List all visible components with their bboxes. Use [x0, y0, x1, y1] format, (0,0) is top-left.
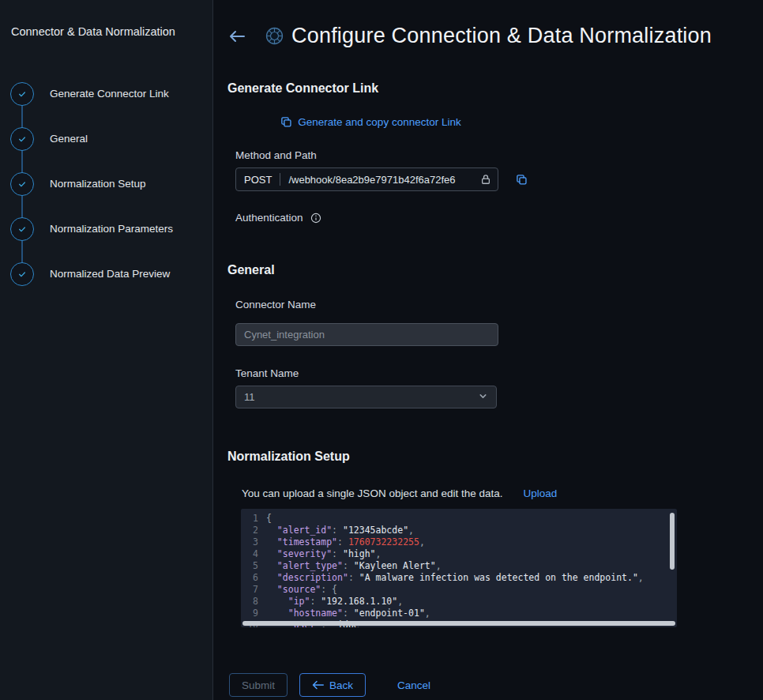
- tenant-name-value: 11: [244, 391, 255, 403]
- method-path-field: POST /webhook/8ea2b9e7971b42f6a72fe6: [235, 167, 498, 191]
- stepper-item[interactable]: Normalized Data Preview: [0, 251, 212, 296]
- http-method: POST: [244, 174, 272, 186]
- general-section-heading: General: [227, 263, 763, 277]
- code-line[interactable]: 3 "timestamp": 1760732232255,: [241, 536, 677, 548]
- horizontal-scrollbar[interactable]: [242, 621, 675, 626]
- code-line[interactable]: 2 "alert_id": "12345abcde",: [241, 525, 677, 536]
- step-check-icon: [10, 172, 34, 196]
- code-line[interactable]: 8 "ip": "192.168.1.10",: [241, 596, 677, 608]
- stepper-item[interactable]: Normalization Parameters: [0, 206, 212, 251]
- normalization-section-heading: Normalization Setup: [227, 450, 763, 464]
- generate-copy-connector-link[interactable]: Generate and copy connector Link: [280, 116, 460, 128]
- method-path-label: Method and Path: [235, 149, 763, 161]
- code-line[interactable]: 1{: [241, 513, 677, 525]
- connector-logo-icon: [265, 27, 284, 45]
- code-line[interactable]: 5 "alert_type": "Kayleen Alert",: [241, 560, 677, 572]
- method-path-row: POST /webhook/8ea2b9e7971b42f6a72fe6: [235, 167, 763, 191]
- sidebar: Connector & Data Normalization Generate …: [0, 0, 213, 700]
- lock-icon: [480, 174, 491, 185]
- stepper: Generate Connector LinkGeneralNormalizat…: [0, 71, 212, 296]
- json-code-editor[interactable]: 1{2 "alert_id": "12345abcde",3 "timestam…: [241, 509, 677, 627]
- section-general: General Connector Name Tenant Name 11: [227, 263, 763, 408]
- code-line[interactable]: 4 "severity": "high",: [241, 548, 677, 560]
- back-arrow-button[interactable]: [227, 28, 246, 44]
- step-label: Normalized Data Preview: [50, 268, 170, 280]
- code-editor-lines: 1{2 "alert_id": "12345abcde",3 "timestam…: [241, 513, 677, 627]
- section-generate-connector-link: Generate Connector Link Generate and cop…: [227, 81, 763, 224]
- authentication-row: Authentication: [235, 212, 763, 224]
- generate-copy-link-row: Generate and copy connector Link: [235, 116, 506, 128]
- app-root: Connector & Data Normalization Generate …: [0, 0, 763, 700]
- step-label: General: [50, 133, 88, 145]
- back-button-label: Back: [329, 679, 353, 691]
- stepper-item[interactable]: Generate Connector Link: [0, 71, 212, 116]
- submit-button[interactable]: Submit: [229, 673, 288, 697]
- generate-section-heading: Generate Connector Link: [227, 81, 763, 96]
- vertical-scrollbar[interactable]: [670, 513, 675, 570]
- generate-copy-link-label: Generate and copy connector Link: [298, 116, 460, 128]
- copy-path-button[interactable]: [514, 172, 529, 187]
- step-check-icon: [10, 217, 34, 241]
- connector-name-label: Connector Name: [235, 299, 763, 310]
- field-divider: [280, 173, 280, 186]
- upload-hint-text: You can upload a single JSON object and …: [242, 487, 503, 499]
- back-button[interactable]: Back: [299, 673, 366, 697]
- chevron-down-icon: [478, 391, 488, 404]
- sidebar-title: Connector & Data Normalization: [0, 25, 212, 38]
- step-label: Normalization Setup: [50, 178, 146, 190]
- main-content: Configure Connection & Data Normalizatio…: [213, 0, 763, 700]
- step-check-icon: [10, 82, 34, 106]
- connector-name-input[interactable]: [235, 323, 498, 346]
- copy-icon: [280, 116, 292, 128]
- cancel-button[interactable]: Cancel: [385, 673, 442, 697]
- step-check-icon: [10, 127, 34, 151]
- webhook-path: /webhook/8ea2b9e7971b42f6a72fe6: [288, 174, 472, 186]
- page-header: Configure Connection & Data Normalizatio…: [227, 24, 763, 48]
- info-icon[interactable]: [310, 213, 321, 224]
- code-line[interactable]: 9 "hostname": "endpoint-01",: [241, 608, 677, 619]
- code-line[interactable]: 7 "source": {: [241, 584, 677, 596]
- stepper-item[interactable]: General: [0, 116, 212, 161]
- upload-link[interactable]: Upload: [524, 487, 558, 499]
- upload-hint-row: You can upload a single JSON object and …: [242, 487, 763, 499]
- step-check-icon: [10, 262, 34, 286]
- authentication-label: Authentication: [235, 212, 303, 224]
- step-label: Generate Connector Link: [50, 88, 169, 100]
- tenant-name-label: Tenant Name: [235, 367, 763, 379]
- page-title: Configure Connection & Data Normalizatio…: [291, 24, 712, 48]
- code-line[interactable]: 6 "description": "A malware infection wa…: [241, 572, 677, 584]
- tenant-name-select[interactable]: 11: [235, 386, 497, 408]
- section-normalization-setup: Normalization Setup You can upload a sin…: [227, 450, 763, 627]
- step-label: Normalization Parameters: [50, 223, 173, 235]
- footer-actions: Submit Back Cancel: [229, 673, 763, 697]
- stepper-item[interactable]: Normalization Setup: [0, 161, 212, 206]
